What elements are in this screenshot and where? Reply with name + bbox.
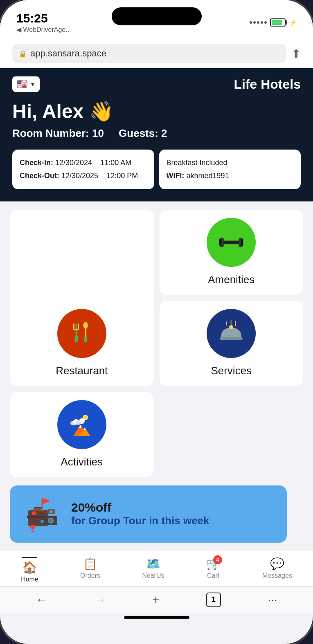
svg-point-37 [30,525,35,530]
checkin-time: 11:00 AM [100,159,131,167]
promo-text: 20%off for Group Tour in this week [71,501,277,527]
svg-rect-8 [221,241,241,244]
svg-point-30 [32,511,36,515]
dynamic-island [112,7,202,25]
activities-card[interactable]: Activities [10,392,154,477]
service-grid: Restaurant [10,210,303,477]
greeting-text: Hi, Alex 👋 [12,100,301,123]
promo-scroll: 20%off for Group Tour in this week [10,485,303,543]
activities-label: Activities [61,456,103,468]
more-button[interactable]: ··· [268,593,277,606]
status-bar: 15:25 ◀ WebDriverAge... ⚡ [0,0,313,41]
signal-icon [250,21,267,24]
svg-marker-36 [42,498,50,504]
services-card[interactable]: Services [160,301,304,386]
svg-rect-2 [78,323,79,329]
svg-point-34 [49,519,52,522]
phone-screen: 15:25 ◀ WebDriverAge... ⚡ 🔒 app.sansara.… [0,0,313,644]
checkout-time: 12:00 PM [106,172,138,180]
messages-label: Messages [262,572,292,579]
header-top: 🇺🇸 ▼ Life Hotels [12,76,301,92]
wifi-password: akhmed1991 [187,172,229,180]
cart-label: Cart [207,572,219,579]
svg-rect-28 [34,508,42,512]
new-tab-button[interactable]: + [153,593,159,606]
breakfast-row: Breakfast Included [167,156,294,169]
checkin-date: 12/30/2024 [55,159,92,167]
browser-nav-bar: ← → + 1 ··· [0,586,313,613]
nav-cart[interactable]: 🛒 4 Cart [206,557,221,583]
svg-point-25 [76,421,81,425]
home-icon: 🏠 [23,561,37,574]
svg-point-5 [83,322,88,329]
hotel-name: Life Hotels [234,77,301,92]
wifi-row: WIFI: akhmed1991 [167,169,294,182]
amenities-card: Breakfast Included WIFI: akhmed1991 [159,150,301,189]
main-content: Restaurant [0,201,313,551]
browser-bar: 🔒 app.sansara.space ⬆ [0,41,313,68]
nav-home[interactable]: 🏠 Home [21,557,38,583]
battery-icon [270,18,286,27]
services-label: Services [211,364,252,377]
home-active-indicator [22,557,37,558]
services-icon [207,309,256,358]
promo-image [20,494,65,534]
svg-point-39 [50,510,52,513]
forward-button[interactable]: → [94,593,106,606]
svg-rect-10 [219,239,222,246]
tabs-button[interactable]: 1 [206,593,221,607]
back-button[interactable]: ← [36,593,47,606]
checkout-date: 12/30/2025 [61,172,98,180]
language-selector[interactable]: 🇺🇸 ▼ [12,76,40,92]
amenities-label: Amenities [208,273,254,286]
flag-icon: 🇺🇸 [16,79,27,89]
status-icons: ⚡ [250,18,297,27]
orders-label: Orders [80,572,100,579]
cart-badge: 4 [213,555,222,564]
svg-rect-6 [74,335,78,342]
nearUs-label: NearUs [142,572,164,579]
charging-icon: ⚡ [290,19,297,26]
checkin-card: Check-In: 12/30/2024 11:00 AM Check-Out:… [12,150,154,189]
checkin-label: Check-In: [20,159,53,167]
breakfast-text: Breakfast Included [167,159,227,167]
svg-point-26 [83,415,88,420]
phone-frame: 15:25 ◀ WebDriverAge... ⚡ 🔒 app.sansara.… [0,0,313,644]
svg-rect-12 [241,239,243,246]
info-cards: Check-In: 12/30/2024 11:00 AM Check-Out:… [12,150,301,189]
restaurant-card[interactable]: Restaurant [10,210,154,386]
home-label: Home [21,576,38,583]
lock-icon: 🔒 [19,50,27,58]
messages-icon: 💬 [270,557,284,570]
app-header: 🇺🇸 ▼ Life Hotels Hi, Alex 👋 Room Number:… [0,68,313,201]
room-number: 10 [92,127,104,139]
promo-title: 20%off [71,501,277,514]
amenities-icon [207,218,256,267]
wifi-label: WIFI: [167,172,185,180]
share-button[interactable]: ⬆ [291,47,301,60]
restaurant-icon [57,309,106,358]
svg-marker-22 [83,427,86,430]
right-column: Amenities [160,210,304,386]
status-time: 15:25 [16,11,71,26]
home-indicator [124,616,189,619]
svg-rect-16 [220,337,243,340]
nav-nearUs[interactable]: 🗺️ NearUs [142,557,164,583]
nav-messages[interactable]: 💬 Messages [262,557,292,583]
nav-orders[interactable]: 📋 Orders [80,557,100,583]
guests-label: Guests: [119,127,158,139]
dropdown-arrow-icon: ▼ [30,81,36,87]
promo-banner[interactable]: 20%off for Group Tour in this week [10,485,287,543]
svg-point-31 [41,520,44,523]
room-label: Room Number: [12,127,89,139]
checkout-label: Check-Out: [20,172,59,180]
svg-rect-1 [73,323,74,329]
bottom-nav: 🏠 Home 📋 Orders 🗺️ NearUs 🛒 4 Cart 💬 Mes… [0,551,313,586]
url-bar[interactable]: 🔒 app.sansara.space [12,44,286,63]
url-text: app.sansara.space [30,48,106,59]
room-info: Room Number: 10 Guests: 2 [12,127,301,140]
carrier-text: ◀ WebDriverAge... [16,26,71,34]
activities-icon [57,400,106,449]
orders-icon: 📋 [83,557,97,570]
amenities-card[interactable]: Amenities [160,210,304,295]
